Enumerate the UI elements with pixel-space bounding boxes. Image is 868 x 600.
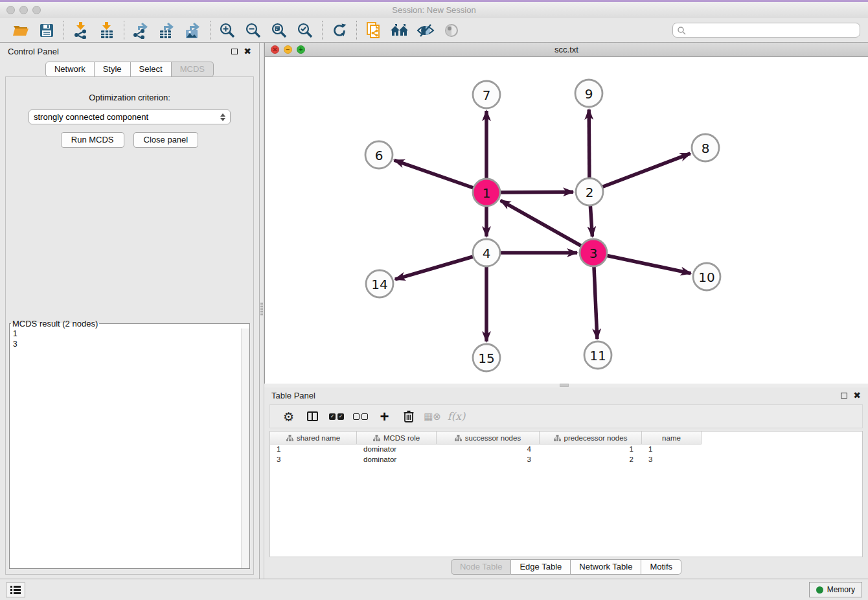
network-window: ✕ − + scc.txt 1234678910111415 — [264, 43, 868, 384]
graph-edge-3-1[interactable] — [501, 200, 593, 253]
control-panel-tabs: Network Style Select MCDS — [0, 62, 259, 77]
tab-motifs[interactable]: Motifs — [641, 559, 681, 575]
select-all-columns-button[interactable]: ✓✓ — [325, 407, 348, 426]
graph-edge-3-10[interactable] — [593, 253, 691, 273]
table-tabs: Node Table Edge Table Network Table Moti… — [264, 559, 868, 575]
graph-edge-2-8[interactable] — [589, 154, 691, 192]
table-toolbar: ⚙ ✓✓ + ▦⊗ f(x) — [269, 404, 863, 428]
trash-icon — [404, 410, 414, 422]
export-image-button[interactable] — [180, 20, 206, 41]
splitter-grip[interactable] — [260, 302, 263, 316]
tab-node-table[interactable]: Node Table — [451, 559, 512, 575]
tab-network[interactable]: Network — [45, 62, 95, 77]
import-network-button[interactable] — [68, 20, 94, 41]
network-graph[interactable]: 1234678910111415 — [265, 57, 867, 384]
cell-predecessor-nodes[interactable]: 1 — [540, 444, 642, 455]
cell-successor-nodes[interactable]: 4 — [437, 444, 540, 455]
graph-edge-1-6[interactable] — [394, 160, 486, 192]
network-canvas[interactable]: 1234678910111415 — [265, 57, 868, 384]
graph-node-label-4: 4 — [483, 246, 491, 261]
refresh-button[interactable] — [326, 20, 352, 41]
optimization-criterion-select[interactable]: strongly connected component — [29, 110, 231, 124]
table-settings-button[interactable]: ⚙ — [277, 407, 301, 426]
table-row[interactable]: 1 dominator 4 1 1 — [270, 444, 862, 455]
cell-shared-name[interactable]: 1 — [270, 444, 357, 455]
close-panel-icon[interactable]: ✖ — [244, 48, 251, 54]
eye-disabled-icon — [443, 23, 460, 38]
graph-node-label-1: 1 — [483, 185, 491, 201]
control-panel: Control Panel ✖ Network Style Select MCD… — [0, 43, 259, 579]
tab-edge-table[interactable]: Edge Table — [511, 559, 571, 575]
zoom-in-button[interactable] — [214, 20, 240, 41]
splitter-grip[interactable] — [560, 384, 569, 387]
tab-select[interactable]: Select — [131, 62, 172, 77]
search-icon — [677, 26, 686, 35]
close-panel-icon[interactable]: ✖ — [853, 392, 861, 398]
tab-style[interactable]: Style — [95, 62, 131, 77]
homes-button[interactable] — [387, 20, 413, 41]
mcds-result-legend: MCDS result (2 nodes) — [11, 319, 99, 329]
close-panel-button[interactable]: Close panel — [133, 132, 199, 148]
horizontal-splitter[interactable] — [264, 384, 868, 387]
add-column-button[interactable]: + — [372, 407, 396, 426]
network-window-title: scc.txt — [265, 45, 868, 54]
import-table-button[interactable] — [94, 20, 120, 41]
show-columns-button[interactable] — [301, 407, 325, 426]
cell-successor-nodes[interactable]: 3 — [437, 455, 540, 465]
column-header-shared-name[interactable]: shared name — [270, 432, 357, 444]
graph-node-label-8: 8 — [702, 141, 710, 156]
network-window-titlebar: ✕ − + scc.txt — [265, 43, 868, 57]
mcds-result-box[interactable]: 1 3 — [10, 329, 249, 568]
app-titlebar: Session: New Session — [0, 0, 868, 18]
zoom-selected-icon — [297, 22, 314, 39]
toolbar-separator — [210, 21, 211, 40]
cell-mcds-role[interactable]: dominator — [357, 455, 437, 465]
eye-slash-icon — [417, 23, 435, 38]
import-table-icon — [98, 22, 115, 39]
result-scrollbar[interactable] — [241, 329, 249, 568]
column-header-successor-nodes[interactable]: successor nodes — [437, 432, 540, 444]
graph-node-label-3: 3 — [589, 246, 598, 261]
cell-predecessor-nodes[interactable]: 2 — [540, 455, 642, 465]
memory-button[interactable]: Memory — [809, 582, 862, 597]
table-header-row: shared name MCDS role successor nodes pr… — [270, 432, 862, 444]
column-header-predecessor-nodes[interactable]: predecessor nodes — [540, 432, 642, 444]
cell-mcds-role[interactable]: dominator — [357, 444, 437, 455]
graph-node-label-11: 11 — [589, 348, 606, 363]
node-table: shared name MCDS role successor nodes pr… — [269, 431, 863, 557]
export-network-button[interactable] — [128, 20, 154, 41]
delete-table-button-disabled: ▦⊗ — [420, 407, 444, 426]
float-panel-icon[interactable] — [231, 49, 238, 54]
tree-icon — [455, 435, 462, 441]
mcds-result-value: 3 — [10, 339, 249, 349]
task-history-button[interactable] — [6, 583, 25, 597]
graph-node-label-6: 6 — [375, 148, 383, 163]
run-mcds-button[interactable]: Run MCDS — [61, 132, 124, 148]
tab-network-table[interactable]: Network Table — [571, 559, 641, 575]
column-header-mcds-role[interactable]: MCDS role — [357, 432, 437, 444]
zoom-selected-button[interactable] — [292, 20, 318, 41]
checked-boxes-icon: ✓✓ — [329, 413, 344, 420]
cell-shared-name[interactable]: 3 — [270, 455, 357, 465]
graph-node-label-7: 7 — [483, 87, 491, 103]
duplicate-network-button[interactable] — [361, 20, 387, 41]
vertical-splitter[interactable] — [259, 43, 264, 579]
deselect-all-columns-button[interactable] — [348, 407, 372, 426]
cell-name[interactable]: 1 — [642, 444, 702, 455]
export-table-button[interactable] — [154, 20, 180, 41]
toolbar-separator — [63, 21, 64, 40]
delete-column-button[interactable] — [396, 407, 420, 426]
float-panel-icon[interactable] — [841, 393, 847, 398]
houses-icon — [390, 23, 409, 38]
eye-slash-button[interactable] — [413, 20, 439, 41]
table-row[interactable]: 3 dominator 3 2 3 — [270, 455, 862, 465]
zoom-out-button[interactable] — [240, 20, 266, 41]
search-input[interactable] — [686, 26, 856, 35]
save-session-button[interactable] — [34, 20, 60, 41]
zoom-fit-button[interactable] — [266, 20, 292, 41]
cell-name[interactable]: 3 — [642, 455, 702, 465]
open-session-button[interactable] — [8, 20, 34, 41]
search-box[interactable] — [672, 23, 860, 38]
column-header-name[interactable]: name — [642, 432, 702, 444]
tab-mcds[interactable]: MCDS — [172, 62, 214, 77]
